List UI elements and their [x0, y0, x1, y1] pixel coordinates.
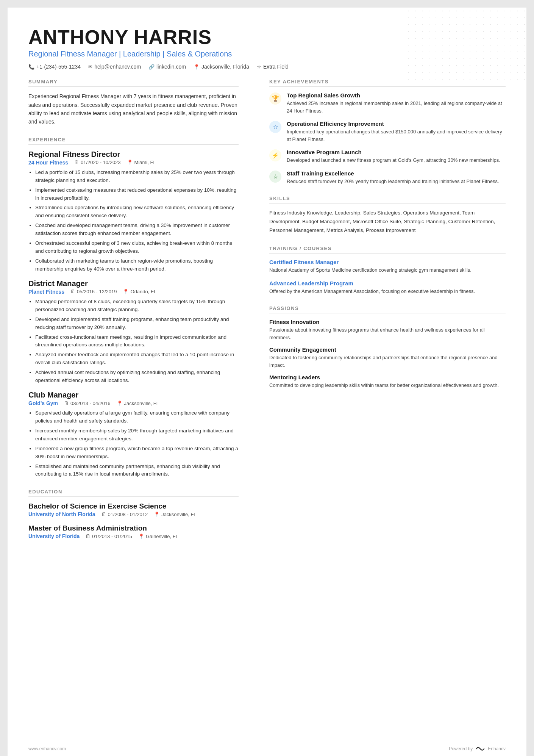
job-dates-1: 🗓 01/2020 - 10/2023 [74, 160, 121, 165]
job-company-2: Planet Fitness [28, 289, 64, 295]
achievement-icon-2: ☆ [269, 121, 281, 133]
passion-entry-1: Fitness Innovation Passionate about inno… [269, 319, 506, 341]
training-desc-1: National Academy of Sports Medicine cert… [269, 266, 506, 274]
job-bullets-2: Managed performance of 8 clubs, exceedin… [28, 298, 239, 385]
passion-title-3: Mentoring Leaders [269, 374, 506, 380]
achievement-icon-4: ☆ [269, 171, 281, 183]
main-layout: SUMMARY Experienced Regional Fitness Man… [28, 79, 506, 550]
passion-text-1: Passionate about innovating fitness prog… [269, 326, 506, 341]
achievement-title-3: Innovative Program Launch [287, 149, 500, 155]
bullet-1-4: Coached and developed management teams, … [35, 222, 239, 238]
education-section: EDUCATION Bachelor of Science in Exercis… [28, 489, 239, 539]
resume-page: ANTHONY HARRIS Regional Fitness Manager … [8, 8, 526, 756]
job-entry-1: Regional Fitness Director 24 Hour Fitnes… [28, 150, 239, 273]
email-text: help@enhancv.com [94, 64, 141, 70]
calendar-icon-1: 🗓 [74, 160, 79, 165]
achievement-text-4: Reduced staff turnover by 20% yearly thr… [287, 178, 499, 185]
candidate-name: ANTHONY HARRIS [28, 27, 506, 48]
bullet-3-3: Pioneered a new group fitness program, w… [35, 445, 239, 461]
right-column: KEY ACHIEVEMENTS 🏆 Top Regional Sales Gr… [269, 79, 506, 550]
achievement-item-3: ⚡ Innovative Program Launch Developed an… [269, 149, 506, 164]
candidate-title: Regional Fitness Manager | Leadership | … [28, 50, 506, 58]
achievement-item-4: ☆ Staff Training Excellence Reduced staf… [269, 170, 506, 185]
contact-email: ✉ help@enhancv.com [88, 64, 141, 70]
calendar-icon-2: 🗓 [70, 289, 75, 294]
contact-phone: 📞 +1-(234)-555-1234 [28, 64, 81, 70]
skills-text: Fitness Industry Knowledge, Leadership, … [269, 209, 506, 235]
edu-school-1: University of North Florida [28, 511, 95, 517]
contact-bar: 📞 +1-(234)-555-1234 ✉ help@enhancv.com 🔗… [28, 64, 506, 70]
achievement-item-2: ☆ Operational Efficiency Improvement Imp… [269, 121, 506, 143]
page-footer: www.enhancv.com Powered by Enhancv [28, 745, 506, 752]
edu-entry-2: Master of Business Administration Univer… [28, 524, 239, 539]
bullet-1-2: Implemented cost-saving measures that re… [35, 186, 239, 202]
bullet-1-5: Orchestrated successful opening of 3 new… [35, 239, 239, 255]
achievements-section: KEY ACHIEVEMENTS 🏆 Top Regional Sales Gr… [269, 79, 506, 185]
achievement-title-1: Top Regional Sales Growth [287, 92, 506, 99]
job-title-2: District Manager [28, 279, 239, 288]
edu-location-2: 📍 Gainesville, FL [138, 534, 178, 539]
achievement-content-4: Staff Training Excellence Reduced staff … [287, 170, 499, 185]
extra-text: Extra Field [263, 64, 289, 70]
job-dates-3: 🗓 03/2013 - 04/2016 [64, 401, 111, 406]
pin-icon-e2: 📍 [138, 534, 144, 539]
bullet-2-1: Managed performance of 8 clubs, exceedin… [35, 298, 239, 314]
edu-meta-2: University of Florida 🗓 01/2013 - 01/201… [28, 533, 239, 539]
contact-website: 🔗 linkedin.com [148, 64, 186, 70]
bullet-2-5: Achieved annual cost reductions by optim… [35, 369, 239, 385]
job-location-3: 📍 Jacksonville, FL [117, 401, 159, 406]
summary-label: SUMMARY [28, 79, 239, 87]
skills-label: SKILLS [269, 196, 506, 203]
bullet-1-3: Streamlined club operations by introduci… [35, 204, 239, 220]
training-section: TRAINING / COURSES Certified Fitness Man… [269, 246, 506, 295]
passion-entry-2: Community Engagement Dedicated to foster… [269, 346, 506, 369]
edu-school-2: University of Florida [28, 533, 80, 539]
achievement-content-1: Top Regional Sales Growth Achieved 25% i… [287, 92, 506, 114]
phone-icon: 📞 [28, 64, 34, 70]
location-icon: 📍 [194, 64, 200, 70]
pin-icon-3: 📍 [117, 401, 123, 406]
summary-section: SUMMARY Experienced Regional Fitness Man… [28, 79, 239, 126]
achievement-text-1: Achieved 25% increase in regional member… [287, 100, 506, 114]
achievement-content-3: Innovative Program Launch Developed and … [287, 149, 500, 164]
training-desc-2: Offered by the American Management Assoc… [269, 288, 506, 295]
bullet-3-4: Established and maintained community par… [35, 463, 239, 479]
passions-section: PASSIONS Fitness Innovation Passionate a… [269, 305, 506, 389]
header: ANTHONY HARRIS Regional Fitness Manager … [28, 27, 506, 70]
star-icon: ☆ [257, 64, 261, 70]
job-bullets-1: Led a portfolio of 15 clubs, increasing … [28, 169, 239, 273]
bullet-2-3: Facilitated cross-functional team meetin… [35, 333, 239, 349]
bullet-1-6: Collaborated with marketing teams to lau… [35, 257, 239, 273]
achievement-text-3: Developed and launched a new fitness pro… [287, 157, 500, 164]
bullet-2-2: Developed and implemented staff training… [35, 316, 239, 332]
footer-website: www.enhancv.com [28, 746, 66, 751]
job-meta-2: Planet Fitness 🗓 05/2016 - 12/2019 📍 Orl… [28, 289, 239, 295]
edu-dates-2: 🗓 01/2013 - 01/2015 [86, 534, 132, 539]
edu-degree-2: Master of Business Administration [28, 524, 239, 532]
passions-label: PASSIONS [269, 305, 506, 313]
enhancv-brand-name: Enhancv [488, 746, 506, 751]
passion-text-3: Committed to developing leadership skill… [269, 382, 506, 389]
edu-dates-1: 🗓 01/2008 - 01/2012 [101, 512, 148, 517]
contact-location: 📍 Jacksonville, Florida [194, 64, 249, 70]
passion-entry-3: Mentoring Leaders Committed to developin… [269, 374, 506, 389]
job-meta-3: Gold's Gym 🗓 03/2013 - 04/2016 📍 Jackson… [28, 400, 239, 406]
cal-icon-e2: 🗓 [86, 534, 91, 539]
phone-text: +1-(234)-555-1234 [36, 64, 81, 70]
pin-icon-2: 📍 [123, 289, 129, 294]
achievement-icon-1: 🏆 [269, 92, 281, 105]
column-divider [254, 79, 254, 550]
bullet-1-1: Led a portfolio of 15 clubs, increasing … [35, 169, 239, 185]
location-text: Jacksonville, Florida [201, 64, 249, 70]
experience-label: EXPERIENCE [28, 137, 239, 145]
passion-title-2: Community Engagement [269, 346, 506, 353]
powered-by-text: Powered by [449, 746, 473, 751]
training-name-2: Advanced Leadership Program [269, 280, 506, 286]
achievement-content-2: Operational Efficiency Improvement Imple… [287, 121, 506, 143]
edu-entry-1: Bachelor of Science in Exercise Science … [28, 502, 239, 517]
passion-text-2: Dedicated to fostering community relatio… [269, 354, 506, 369]
bullet-2-4: Analyzed member feedback and implemented… [35, 351, 239, 367]
edu-meta-1: University of North Florida 🗓 01/2008 - … [28, 511, 239, 517]
job-title-3: Club Manager [28, 391, 239, 399]
job-location-1: 📍 Miami, FL [127, 160, 156, 165]
